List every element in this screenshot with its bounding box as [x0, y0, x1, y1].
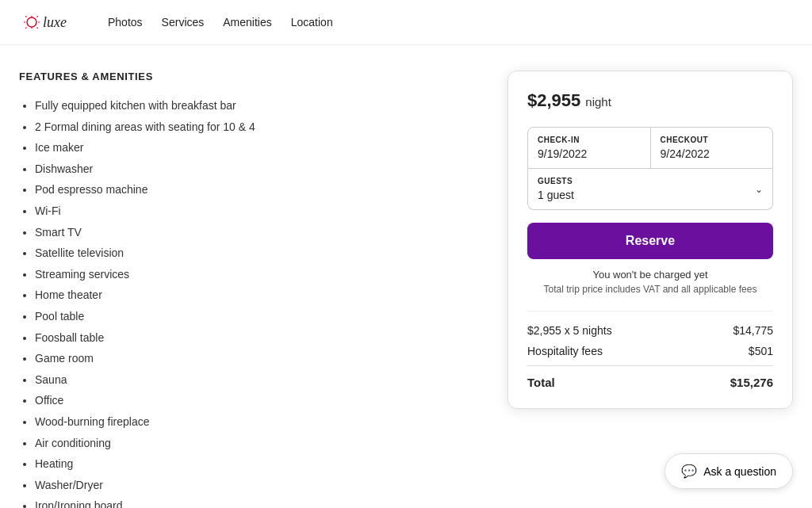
- logo[interactable]: luxe: [19, 10, 82, 35]
- list-item: Pod espresso machine: [35, 179, 469, 201]
- nav-amenities[interactable]: Amenities: [223, 16, 271, 29]
- left-column: FEATURES & AMENITIES Fully equipped kitc…: [19, 71, 469, 508]
- list-item: 2 Formal dining areas with seating for 1…: [35, 116, 469, 138]
- list-item: Heating: [35, 453, 469, 475]
- total-value: $15,276: [730, 376, 773, 389]
- nights-value: $14,775: [733, 324, 773, 337]
- checkin-value: 9/19/2022: [538, 147, 641, 160]
- list-item: Dishwasher: [35, 159, 469, 180]
- list-item: Smart TV: [35, 222, 469, 243]
- checkout-label: CHECKOUT: [661, 136, 764, 144]
- list-item: Office: [35, 390, 469, 411]
- guests-label: GUESTS: [538, 177, 574, 185]
- checkin-label: CHECK-IN: [538, 136, 641, 144]
- fees-value: $501: [749, 345, 773, 357]
- svg-text:luxe: luxe: [43, 14, 67, 30]
- list-item: Sauna: [35, 369, 469, 391]
- checkin-cell[interactable]: CHECK-IN 9/19/2022: [528, 128, 651, 168]
- list-item: Foosball table: [35, 327, 469, 349]
- breakdown-row-fees: Hospitality fees $501: [527, 345, 773, 357]
- reserve-button[interactable]: Reserve: [527, 223, 773, 259]
- guests-value: 1 guest: [538, 189, 574, 201]
- booking-card: $2,955 night CHECK-IN 9/19/2022 CHECKOUT…: [508, 71, 793, 409]
- total-label: Total: [527, 376, 555, 389]
- right-column: $2,955 night CHECK-IN 9/19/2022 CHECKOUT…: [508, 71, 793, 409]
- list-item: Pool table: [35, 306, 469, 327]
- amenities-list: Fully equipped kitchen with breakfast ba…: [19, 95, 469, 508]
- ask-question-button[interactable]: 💬 Ask a question: [665, 453, 793, 489]
- checkout-cell[interactable]: CHECKOUT 9/24/2022: [651, 128, 773, 168]
- main-content: FEATURES & AMENITIES Fully equipped kitc…: [0, 45, 812, 508]
- list-item: Satellite television: [35, 243, 469, 264]
- features-title: FEATURES & AMENITIES: [19, 71, 469, 82]
- nav-location[interactable]: Location: [291, 16, 333, 29]
- ask-question-label: Ask a question: [703, 465, 776, 478]
- nav-links: Photos Services Amenities Location: [108, 16, 333, 29]
- list-item: Fully equipped kitchen with breakfast ba…: [35, 95, 469, 116]
- list-item: Wood-burning fireplace: [35, 411, 469, 433]
- price-breakdown: $2,955 x 5 nights $14,775 Hospitality fe…: [527, 311, 773, 389]
- checkout-value: 9/24/2022: [661, 147, 764, 160]
- total-row: Total $15,276: [527, 365, 773, 389]
- ask-question-container: 💬 Ask a question: [665, 453, 793, 489]
- chevron-down-icon: ⌄: [755, 184, 763, 195]
- nights-label: $2,955 x 5 nights: [527, 324, 612, 337]
- chat-icon: 💬: [681, 464, 697, 479]
- price-per-night: night: [585, 95, 611, 109]
- nav-services[interactable]: Services: [162, 16, 205, 29]
- navigation: luxe Photos Services Amenities Location: [0, 0, 812, 45]
- date-row: CHECK-IN 9/19/2022 CHECKOUT 9/24/2022: [527, 127, 773, 169]
- list-item: Streaming services: [35, 264, 469, 285]
- price-amount: $2,955: [527, 90, 580, 111]
- list-item: Game room: [35, 348, 469, 369]
- list-item: Ice maker: [35, 137, 469, 159]
- charge-notice: You won't be charged yet: [527, 269, 773, 281]
- list-item: Air conditioning: [35, 433, 469, 454]
- vat-notice: Total trip price includes VAT and all ap…: [527, 284, 773, 295]
- list-item: Home theater: [35, 285, 469, 306]
- nav-photos[interactable]: Photos: [108, 16, 143, 29]
- guests-row[interactable]: GUESTS 1 guest ⌄: [527, 169, 773, 210]
- price-line: $2,955 night: [527, 90, 773, 111]
- list-item: Iron/Ironing board: [35, 495, 469, 508]
- breakdown-row-nights: $2,955 x 5 nights $14,775: [527, 324, 773, 337]
- fees-label: Hospitality fees: [527, 345, 603, 357]
- list-item: Washer/Dryer: [35, 475, 469, 496]
- list-item: Wi-Fi: [35, 201, 469, 222]
